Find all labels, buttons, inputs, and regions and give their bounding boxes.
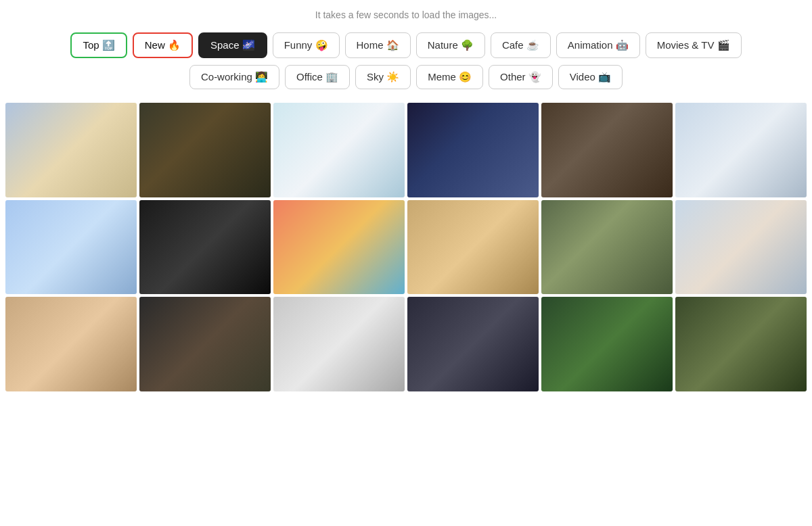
image-cell-15[interactable] — [273, 297, 405, 391]
filter-btn-home[interactable]: Home 🏠 — [345, 32, 411, 58]
image-grid — [0, 100, 812, 405]
image-cell-7[interactable] — [5, 200, 137, 295]
filter-btn-new[interactable]: New 🔥 — [133, 32, 193, 58]
image-cell-1[interactable] — [5, 103, 137, 197]
filter-btn-other[interactable]: Other 👻 — [489, 65, 553, 89]
filter-btn-sky[interactable]: Sky ☀️ — [355, 65, 411, 89]
filter-btn-space[interactable]: Space 🌌 — [198, 32, 267, 58]
image-cell-17[interactable] — [541, 297, 673, 391]
image-cell-10[interactable] — [407, 200, 539, 295]
filter-btn-video[interactable]: Video 📺 — [558, 65, 623, 89]
image-cell-3[interactable] — [273, 103, 405, 197]
image-cell-2[interactable] — [139, 103, 271, 197]
filter-btn-meme[interactable]: Meme 😊 — [416, 65, 483, 89]
image-cell-6[interactable] — [675, 103, 807, 197]
image-cell-14[interactable] — [139, 297, 271, 391]
image-cell-9[interactable] — [273, 200, 405, 295]
filter-btn-animation[interactable]: Animation 🤖 — [556, 32, 640, 58]
loading-text: It takes a few seconds to load the image… — [0, 0, 812, 27]
filter-btn-cafe[interactable]: Cafe ☕ — [491, 32, 551, 58]
filter-btn-top[interactable]: Top 🔝 — [70, 32, 127, 58]
image-cell-16[interactable] — [407, 297, 539, 391]
filter-btn-movies-tv[interactable]: Movies & TV 🎬 — [646, 32, 742, 58]
image-cell-12[interactable] — [675, 200, 807, 295]
image-cell-18[interactable] — [675, 297, 807, 391]
filter-btn-nature[interactable]: Nature 🌳 — [416, 32, 485, 58]
image-cell-5[interactable] — [541, 103, 673, 197]
filter-btn-coworking[interactable]: Co-working 👩‍💻 — [189, 65, 279, 89]
image-cell-4[interactable] — [407, 103, 539, 197]
filter-btn-office[interactable]: Office 🏢 — [285, 65, 350, 89]
filter-section: Top 🔝New 🔥Space 🌌Funny 🤪Home 🏠Nature 🌳Ca… — [0, 27, 812, 100]
filter-row-2: Co-working 👩‍💻Office 🏢Sky ☀️Meme 😊Other … — [189, 65, 623, 89]
image-cell-13[interactable] — [5, 297, 137, 391]
filter-btn-funny[interactable]: Funny 🤪 — [273, 32, 340, 58]
image-cell-11[interactable] — [541, 200, 673, 295]
filter-row-1: Top 🔝New 🔥Space 🌌Funny 🤪Home 🏠Nature 🌳Ca… — [70, 32, 741, 58]
image-cell-8[interactable] — [139, 200, 271, 295]
